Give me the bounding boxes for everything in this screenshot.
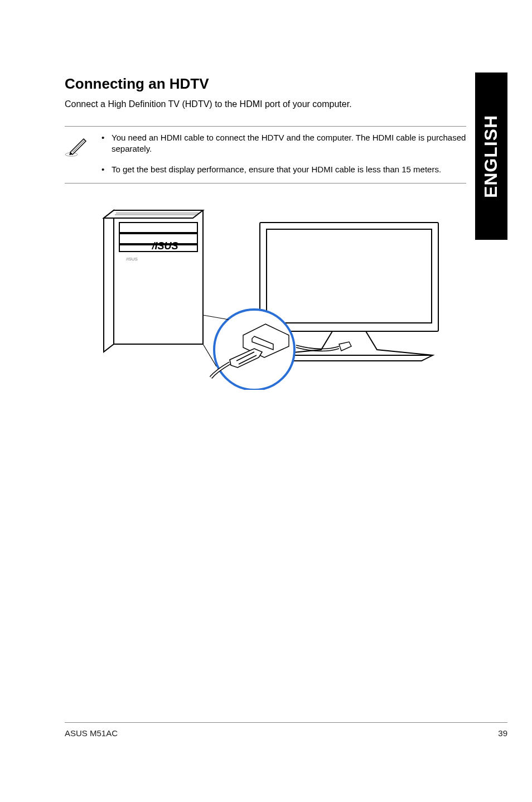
intro-paragraph: Connect a High Definition TV (HDTV) to t… xyxy=(65,99,466,109)
svg-text:/ISUS: /ISUS xyxy=(126,257,138,262)
page-footer: ASUS M51AC 39 xyxy=(65,722,507,738)
note-item: You need an HDMI cable to connect the HD… xyxy=(101,132,466,155)
main-content: Connecting an HDTV Connect a High Defini… xyxy=(65,75,466,392)
language-tab: ENGLISH xyxy=(475,73,507,240)
svg-marker-7 xyxy=(104,210,203,218)
hdmi-connection-diagram: /ISUS /ISUS xyxy=(87,206,466,392)
page-heading: Connecting an HDTV xyxy=(65,75,466,93)
footer-product: ASUS M51AC xyxy=(65,728,118,738)
language-label: ENGLISH xyxy=(481,114,502,197)
svg-line-3 xyxy=(72,140,85,152)
svg-rect-16 xyxy=(267,229,432,323)
svg-rect-8 xyxy=(119,223,197,233)
svg-marker-5 xyxy=(104,210,114,352)
note-item: To get the best display performance, ens… xyxy=(101,164,466,175)
pencil-note-icon xyxy=(65,132,90,160)
svg-line-24 xyxy=(203,315,229,320)
footer-page-number: 39 xyxy=(498,728,507,738)
svg-text:/ISUS: /ISUS xyxy=(151,240,178,252)
note-list: You need an HDMI cable to connect the HD… xyxy=(101,132,466,177)
note-callout: You need an HDMI cable to connect the HD… xyxy=(65,126,466,183)
